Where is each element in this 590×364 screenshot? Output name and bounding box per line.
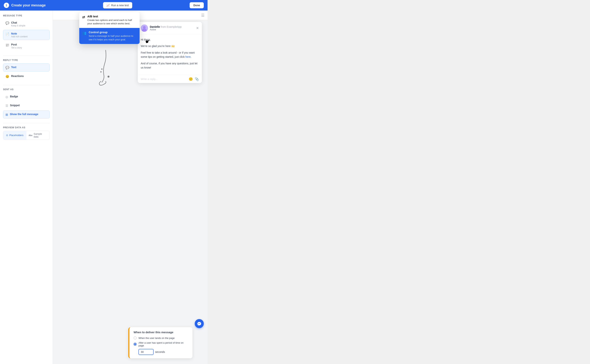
svg-point-0 (101, 69, 103, 70)
seconds-input-group: seconds (138, 349, 188, 355)
option-full-message[interactable]: ⊞ Show the full message (3, 110, 50, 118)
dropdown-container: ⇄ A/B test Create two options and send e… (79, 11, 140, 44)
chat-close-button[interactable]: ✕ (196, 26, 199, 30)
option-chat[interactable]: 💬 Chat Keep it simple (3, 19, 50, 29)
page-title: Create your message (11, 3, 46, 7)
dropdown-menu: ⇄ A/B test Create two options and send e… (79, 12, 140, 44)
full-message-icon: ⊞ (6, 113, 8, 117)
chat-user-info: Danielle from ExampleApp Active (141, 25, 182, 32)
run-test-icon: 📈 (106, 4, 110, 7)
delivery-title: When to deliver this message (134, 331, 188, 334)
run-test-label: Run a new test (111, 4, 129, 7)
note-icon: 📄 (6, 32, 9, 36)
post-title: Post (11, 43, 22, 46)
sent-as-section: Sent as ◎ Badge ☰ Snippet ⊞ Show the ful… (3, 88, 50, 118)
reactions-title: Reactions (11, 74, 24, 78)
radio-lands[interactable] (134, 337, 136, 339)
divider-2 (3, 85, 50, 85)
delivery-card: When to deliver this message When the us… (128, 327, 192, 358)
note-title: Note (11, 32, 27, 35)
doodle-decoration (91, 48, 113, 87)
hamburger-icon[interactable]: ☰ (201, 13, 205, 18)
messenger-button[interactable] (195, 319, 204, 328)
chat-message: Hi there, We're so glad you're here 🙌 Fe… (141, 38, 199, 70)
placeholders-option[interactable]: ⊙ Placeholders (3, 131, 26, 140)
option-snippet[interactable]: ☰ Snippet (3, 102, 50, 110)
reply-input[interactable]: Write a reply... (141, 78, 189, 81)
sample-data-option[interactable]: Abc Sample data (26, 131, 50, 140)
control-group-desc: Send a message to half your audience to … (89, 34, 136, 41)
svg-point-1 (100, 71, 102, 72)
chat-icon: 💬 (6, 21, 9, 25)
done-button[interactable]: Done (190, 2, 204, 8)
text-title: Text (11, 65, 16, 69)
control-group-option[interactable]: 👥 Control group Send a message to half y… (79, 28, 140, 44)
chat-user-name: Danielle from ExampleApp (150, 25, 182, 28)
control-group-title: Control group (89, 31, 136, 34)
content-area: ☰ ⇄ A/B test Create two options and send… (53, 11, 207, 364)
emoji-icon[interactable]: 🙂 (189, 77, 193, 81)
placeholders-label: Placeholders (9, 134, 23, 136)
snippet-icon: ☰ (6, 104, 8, 108)
main-layout: Message type 💬 Chat Keep it simple 📄 Not… (0, 11, 207, 364)
divider-1 (3, 56, 50, 56)
option-note[interactable]: 📄 Note Add rich content (3, 30, 50, 40)
post-subtitle: Tell a story (11, 46, 22, 49)
ab-test-icon: ⇄ (82, 15, 85, 19)
option-post[interactable]: 📰 Post Tell a story (3, 41, 50, 51)
full-message-title: Show the full message (10, 112, 38, 116)
sidebar: Message type 💬 Chat Keep it simple 📄 Not… (0, 11, 53, 364)
ab-test-desc: Create two options and send each to half… (87, 19, 136, 25)
chat-header: Danielle from ExampleApp Active ✕ (138, 22, 202, 34)
svg-point-3 (143, 26, 146, 29)
preview-toggle: ⊙ Placeholders Abc Sample data (3, 131, 50, 140)
sample-data-icon: Abc (29, 134, 33, 136)
option-badge[interactable]: ◎ Badge (3, 93, 50, 101)
delivery-time-label: After a user has spent a period of time … (138, 341, 188, 347)
run-test-button[interactable]: 📈 Run a new test (103, 2, 132, 8)
attachment-icon[interactable]: 📎 (195, 77, 199, 81)
divider-3 (3, 123, 50, 123)
header: 1 Create your message 📈 Run a new test D… (0, 0, 207, 11)
preview-section: Preview data as ⊙ Placeholders Abc Sampl… (3, 126, 50, 140)
chat-body: Hi there, We're so glad you're here 🙌 Fe… (138, 34, 202, 75)
chat-link[interactable]: here (185, 55, 191, 58)
chat-footer: Write a reply... 🙂 📎 (138, 75, 202, 83)
reply-type-label: Reply type (3, 59, 50, 62)
note-subtitle: Add rich content (11, 35, 27, 38)
control-group-icon: 👥 (82, 31, 86, 35)
chat-active-status: Active (150, 28, 182, 31)
ab-test-option[interactable]: ⇄ A/B test Create two options and send e… (79, 12, 140, 28)
chat-subtitle: Keep it simple (11, 24, 25, 27)
option-text[interactable]: 💬 Text (3, 63, 50, 72)
avatar (141, 25, 148, 32)
seconds-label: seconds (155, 351, 165, 353)
badge-title: Badge (10, 95, 18, 98)
header-left: 1 Create your message (4, 3, 46, 8)
snippet-title: Snippet (10, 104, 20, 107)
delivery-option-time[interactable]: After a user has spent a period of time … (134, 341, 188, 347)
header-center: 📈 Run a new test (103, 2, 132, 8)
reply-type-section: Reply type 💬 Text 😊 Reactions (3, 59, 50, 80)
option-reactions[interactable]: 😊 Reactions (3, 72, 50, 80)
ab-test-title: A/B test (87, 15, 136, 18)
sample-data-label: Sample data (34, 132, 47, 138)
radio-time[interactable] (134, 343, 136, 346)
post-icon: 📰 (6, 43, 9, 47)
preview-label: Preview data as (3, 126, 50, 129)
delivery-option-lands[interactable]: When the user lands on the page (134, 337, 188, 339)
step-badge: 1 (4, 3, 9, 8)
text-icon: 💬 (6, 66, 9, 69)
badge-icon: ◎ (6, 95, 8, 99)
message-type-label: Message type (3, 14, 50, 17)
chat-preview: Danielle from ExampleApp Active ✕ Hi the… (138, 22, 202, 83)
seconds-input[interactable] (138, 349, 154, 355)
delivery-lands-label: When the user lands on the page (138, 337, 175, 339)
sent-as-label: Sent as (3, 88, 50, 91)
chat-actions: 🙂 📎 (189, 77, 199, 81)
message-type-section: Message type 💬 Chat Keep it simple 📄 Not… (3, 14, 50, 51)
placeholders-icon: ⊙ (6, 134, 8, 136)
chat-title: Chat (11, 21, 25, 24)
reactions-icon: 😊 (6, 75, 9, 78)
